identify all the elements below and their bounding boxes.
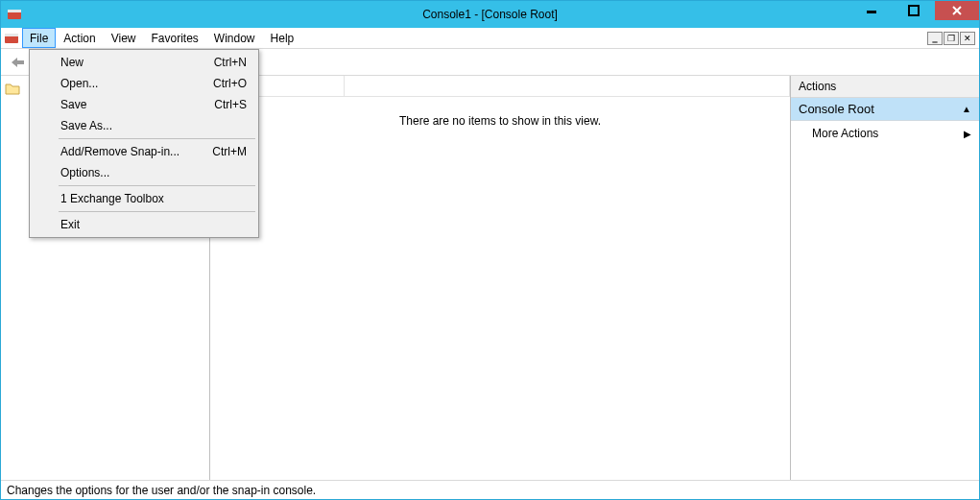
menu-new-label: New — [60, 56, 84, 69]
svg-rect-2 — [867, 11, 876, 13]
minimize-button[interactable] — [850, 1, 893, 20]
actions-title: Actions — [791, 76, 979, 98]
menu-save-as[interactable]: Save As... — [32, 115, 256, 136]
mdi-restore-button[interactable]: ❐ — [944, 32, 959, 45]
menu-open-shortcut: Ctrl+O — [213, 77, 247, 90]
svg-rect-7 — [5, 34, 18, 36]
actions-section-header[interactable]: Console Root ▲ — [791, 98, 979, 121]
menu-view[interactable]: View — [104, 28, 144, 48]
menu-recent-1-label: 1 Exchange Toolbox — [60, 192, 164, 205]
maximize-button[interactable] — [893, 1, 935, 20]
mdi-close-button[interactable]: ✕ — [960, 32, 975, 45]
menu-save[interactable]: Save Ctrl+S — [32, 94, 256, 115]
back-button[interactable] — [7, 52, 28, 73]
menu-open[interactable]: Open... Ctrl+O — [32, 73, 256, 94]
menu-options-label: Options... — [60, 166, 109, 179]
app-icon — [7, 7, 22, 22]
chevron-right-icon: ▶ — [964, 129, 971, 139]
menu-file[interactable]: File — [22, 28, 56, 48]
folder-icon — [5, 82, 20, 95]
svg-rect-1 — [8, 10, 21, 12]
mmc-icon — [1, 28, 22, 48]
menu-window[interactable]: Window — [206, 28, 263, 48]
menu-favorites[interactable]: Favorites — [144, 28, 206, 48]
menu-save-shortcut: Ctrl+S — [214, 98, 247, 111]
window-controls — [850, 1, 979, 28]
menu-options[interactable]: Options... — [32, 162, 256, 183]
menu-separator — [59, 138, 255, 139]
mdi-minimize-button[interactable]: ‗ — [927, 32, 943, 45]
close-button[interactable] — [935, 1, 979, 20]
menu-separator — [59, 211, 255, 212]
menu-help[interactable]: Help — [263, 28, 302, 48]
menu-exit-label: Exit — [60, 218, 80, 231]
list-col-2[interactable] — [345, 76, 790, 96]
menu-save-label: Save — [60, 98, 86, 111]
actions-section-label: Console Root — [799, 102, 874, 116]
statusbar: Changes the options for the user and/or … — [1, 480, 979, 499]
menu-snapin-shortcut: Ctrl+M — [212, 145, 247, 158]
menu-exit[interactable]: Exit — [32, 214, 256, 235]
svg-rect-8 — [16, 60, 24, 64]
list-pane: There are no items to show in this view. — [210, 76, 791, 480]
file-menu-dropdown: New Ctrl+N Open... Ctrl+O Save Ctrl+S Sa… — [29, 49, 259, 238]
mdi-controls: ‗ ❐ ✕ — [926, 28, 979, 48]
menu-action[interactable]: Action — [56, 28, 103, 48]
collapse-icon: ▲ — [962, 104, 971, 114]
window-title: Console1 - [Console Root] — [422, 8, 558, 21]
actions-pane: Actions Console Root ▲ More Actions ▶ — [791, 76, 979, 480]
titlebar: Console1 - [Console Root] — [1, 1, 979, 28]
menu-add-remove-snapin[interactable]: Add/Remove Snap-in... Ctrl+M — [32, 141, 256, 162]
statusbar-text: Changes the options for the user and/or … — [7, 484, 316, 497]
svg-rect-3 — [909, 6, 919, 15]
menu-save-as-label: Save As... — [60, 119, 112, 132]
empty-message: There are no items to show in this view. — [210, 114, 790, 128]
more-actions-label: More Actions — [812, 127, 878, 140]
menu-open-label: Open... — [60, 77, 98, 90]
menubar: File Action View Favorites Window Help ‗… — [1, 28, 979, 49]
menu-recent-1[interactable]: 1 Exchange Toolbox — [32, 188, 256, 209]
menu-separator — [59, 185, 255, 186]
menu-new[interactable]: New Ctrl+N — [32, 52, 256, 73]
menu-new-shortcut: Ctrl+N — [214, 56, 247, 69]
list-header — [210, 76, 790, 97]
more-actions-link[interactable]: More Actions ▶ — [791, 121, 979, 146]
menu-snapin-label: Add/Remove Snap-in... — [60, 145, 179, 158]
